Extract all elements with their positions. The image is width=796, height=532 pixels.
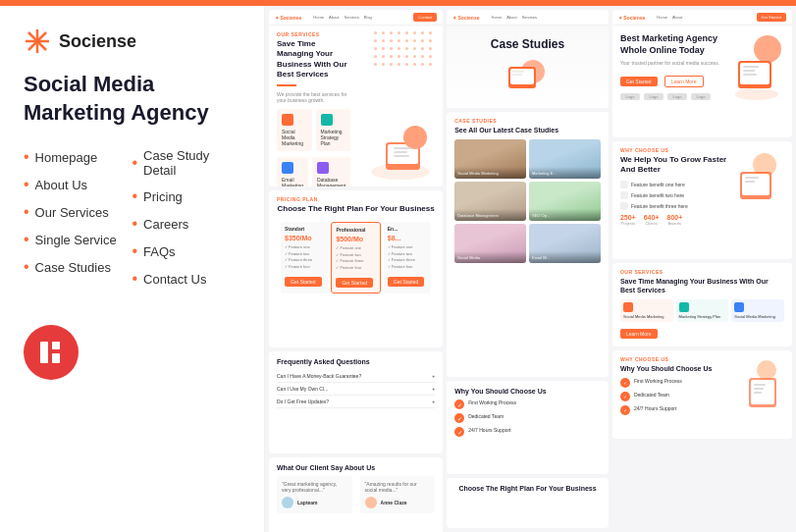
svg-rect-30: [745, 177, 759, 179]
elementor-badge: [24, 325, 79, 380]
svg-point-21: [754, 35, 781, 63]
pricing-bottom-title: Choose The Right Plan For Your Business: [454, 484, 601, 493]
faq-item-3[interactable]: Do I Get Free Updates? +: [277, 396, 435, 408]
svc-card-3: Social Media Marketing: [731, 299, 784, 322]
content-area: ✦ Sociense Home About Services Blog Cont…: [265, 6, 796, 532]
svg-rect-37: [754, 392, 762, 394]
photo-item-4: SEO Op...: [529, 182, 601, 221]
col-mid-screenshots: ✦ Sociense Home About Services Case Stud…: [447, 10, 609, 528]
avatar-1: [282, 497, 293, 508]
stat-awards: 800+ Awards: [666, 214, 682, 226]
nav-item-homepage[interactable]: Homepage: [24, 148, 133, 166]
sidebar: Sociense Social Media Marketing Agency H…: [0, 6, 265, 532]
testimonial-title: What Our Client Say About Us: [277, 463, 435, 472]
svg-rect-19: [512, 74, 522, 76]
svg-rect-13: [394, 151, 407, 153]
nav-item-careers[interactable]: Careers: [133, 215, 241, 233]
faq-title: Frequently Asked Questions: [277, 357, 435, 366]
nav-item-about[interactable]: About Us: [24, 176, 133, 193]
hero-illustration: [730, 33, 784, 102]
nav-item-services[interactable]: Our Services: [24, 203, 133, 221]
card-pricing-bottom: Choose The Right Plan For Your Business: [447, 478, 609, 528]
svg-rect-25: [743, 70, 755, 72]
photo-item-2: Marketing E...: [529, 139, 601, 179]
svg-rect-26: [743, 74, 757, 76]
card-pricing: PRICING PLAN Choose The Right Plan For Y…: [269, 190, 443, 347]
elementor-icon: [36, 338, 66, 367]
svc-card-2: Marketing Strategy Plan: [676, 299, 729, 322]
faq-list: Can I Have A Money-Back Guarantee? + Can…: [277, 370, 435, 408]
photo-item-5: Social Media: [454, 224, 526, 263]
choose-item-3: ✓ 24/7 Hours Support: [454, 427, 601, 437]
svg-rect-18: [512, 71, 524, 73]
mini-card-strategy: Marketing Strategy Plan: [316, 109, 351, 151]
pricing-col-standart: Standart $350/Mo ✓ Feature one ✓ Feature…: [281, 222, 328, 293]
mini-card-database: Database Management: [312, 157, 350, 186]
card-latest: CASE STUDIES See All Our Latest Case Stu…: [447, 112, 609, 377]
choose-item-2: ✓ Dedicated Team: [454, 413, 601, 423]
nav-col-2: Case Study Detail Pricing Careers FAQs C…: [133, 148, 241, 297]
screenshots-grid: ✦ Sociense Home About Services Blog Cont…: [265, 6, 796, 532]
nav-columns: Homepage About Us Our Services Single Se…: [24, 148, 240, 297]
nav-item-pricing[interactable]: Pricing: [133, 187, 241, 205]
pricing-btn-enterprise[interactable]: Get Started: [388, 277, 425, 287]
services-title: Save Time Managing Your Business With Ou…: [277, 39, 350, 80]
brand-row: Sociense: [24, 27, 240, 55]
card-choose-mid: Why You Should Choose Us ✓ First Working…: [447, 381, 609, 474]
svg-rect-36: [754, 388, 764, 390]
svg-rect-5: [40, 342, 48, 363]
grow-title: We Help You To Grow Faster And Better: [620, 155, 731, 176]
choose-item-1: ✓ First Working Process: [454, 399, 601, 409]
svg-rect-7: [52, 353, 60, 363]
hero-learn-more-btn[interactable]: Learn More: [664, 76, 704, 87]
choose-r-item-3: ✓ 24/7 Hours Support: [620, 405, 741, 415]
card-services-inner: OUR SERVICES Save Time Managing Your Bus…: [269, 26, 443, 186]
svg-rect-14: [394, 155, 409, 157]
brand-logos-row: Logo Logo Logo Logo: [620, 93, 726, 100]
card-testimonial: What Our Client Say About Us "Great mark…: [269, 457, 443, 532]
card-grow: WHY CHOOSE US We Help You To Grow Faster…: [612, 141, 792, 259]
photo-item-3: Database Management: [454, 182, 526, 221]
svg-point-20: [735, 88, 778, 100]
illustration-placeholder: [366, 118, 435, 186]
hero-title: Social Media Marketing Agency: [24, 71, 240, 127]
photo-item-6: Email M...: [529, 224, 601, 263]
nav-item-single-service[interactable]: Single Service: [24, 231, 133, 248]
case-studies-title: Case Studies: [491, 37, 564, 51]
photo-item-1: Social Media Marketing: [454, 139, 526, 179]
nav-item-contact[interactable]: Contact Us: [133, 270, 241, 288]
svg-rect-24: [743, 66, 759, 68]
choose-title-mid: Why You Should Choose Us: [454, 387, 601, 396]
faq-item-2[interactable]: Can I Use My Own Cl... +: [277, 383, 435, 396]
choose-list-mid: ✓ First Working Process ✓ Dedicated Team…: [454, 399, 601, 437]
nav-item-case-studies[interactable]: Case Studies: [24, 258, 133, 276]
services-right-title: Save Time Managing Your Business With Ou…: [620, 277, 784, 294]
testimonial-card-2: "Amazing results for our social media...…: [360, 476, 436, 513]
stats-row: 250+ Projects 640+ Clients 800+ Awards: [620, 214, 784, 226]
card-hero-right: ✦ Sociense Home About Get Started Best M…: [612, 10, 792, 137]
nav-col-1: Homepage About Us Our Services Single Se…: [24, 148, 133, 297]
latest-photo-grid: Social Media Marketing Marketing E... Da…: [454, 139, 601, 263]
pricing-title: Choose The Right Plan For Your Business: [277, 204, 435, 214]
hero-get-started-btn[interactable]: Get Started: [620, 77, 658, 86]
svg-point-11: [403, 126, 427, 149]
faq-item-1[interactable]: Can I Have A Money-Back Guarantee? +: [277, 370, 435, 383]
testimonial-card-1: "Great marketing agency, very profession…: [277, 476, 352, 513]
latest-title: See All Our Latest Case Studies: [454, 126, 601, 134]
why-choose-right-title: Why You Should Choose Us: [620, 364, 741, 373]
nav-item-case-study-detail[interactable]: Case Study Detail: [133, 148, 241, 178]
pricing-col-enterprise: En... $8... ✓ Feature one ✓ Feature two …: [384, 222, 431, 293]
card-case-mid: ✦ Sociense Home About Services Case Stud…: [447, 10, 609, 108]
card-why-choose-right: WHY CHOOSE US Why You Should Choose Us ✓…: [612, 350, 792, 439]
svg-rect-6: [52, 342, 60, 349]
stat-projects: 250+ Projects: [620, 214, 636, 226]
services-right-btn[interactable]: Learn More: [620, 329, 658, 339]
brand-logo-icon: [24, 27, 51, 55]
card-services: ✦ Sociense Home About Services Blog Cont…: [269, 10, 443, 186]
pricing-btn-standart[interactable]: Get Started: [285, 277, 322, 287]
pricing-btn-professional[interactable]: Get Started: [336, 278, 373, 288]
nav-item-faqs[interactable]: FAQs: [133, 242, 241, 260]
main-container: Sociense Social Media Marketing Agency H…: [0, 6, 796, 532]
pricing-cols: Standart $350/Mo ✓ Feature one ✓ Feature…: [277, 222, 435, 293]
mini-cards-row: Social Media Marketing Marketing Strateg…: [277, 109, 350, 151]
